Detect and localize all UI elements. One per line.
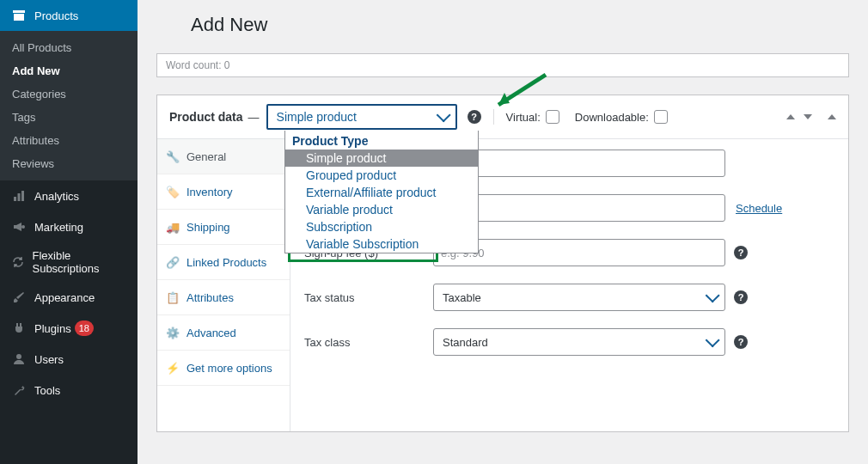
product-data-panel: Product data — Simple product ? Virtual:… <box>156 95 849 432</box>
panel-header: Product data — Simple product ? Virtual:… <box>157 95 848 139</box>
downloadable-checkbox[interactable] <box>654 110 668 124</box>
panel-controls <box>786 114 836 119</box>
help-icon[interactable]: ? <box>734 335 748 349</box>
chevron-down-icon <box>436 107 450 122</box>
word-count-box: Word count: 0 <box>156 53 849 77</box>
list-icon: 📋 <box>166 290 180 304</box>
tax-status-select[interactable]: Taxable <box>433 284 725 311</box>
sidebar-label: Tools <box>34 384 60 397</box>
sidebar-label: Analytics <box>34 190 79 203</box>
sub-all-products[interactable]: All Products <box>0 36 138 59</box>
tax-class-label: Tax class <box>304 336 433 349</box>
toggle-panel-icon[interactable] <box>828 114 836 119</box>
select-value: Taxable <box>443 291 481 304</box>
select-value: Standard <box>443 336 488 349</box>
lightning-icon: ⚡ <box>166 361 180 375</box>
tab-shipping[interactable]: 🚚Shipping <box>157 210 290 245</box>
sidebar-item-appearance[interactable]: Appearance <box>0 282 138 313</box>
wrench-icon: 🔧 <box>166 150 180 163</box>
downloadable-wrap: Downloadable: <box>575 110 668 124</box>
product-type-dropdown: Product Type Simple product Grouped prod… <box>284 131 479 253</box>
sidebar-item-flexible-subs[interactable]: Flexible Subscriptions <box>0 242 138 282</box>
option-variable[interactable]: Variable product <box>285 201 478 218</box>
tax-class-select[interactable]: Standard <box>433 328 725 356</box>
archive-icon <box>10 7 28 24</box>
tab-linked[interactable]: 🔗Linked Products <box>157 245 290 280</box>
chevron-down-icon <box>706 288 720 302</box>
plug-icon <box>10 320 28 337</box>
tab-attributes[interactable]: 📋Attributes <box>157 280 290 315</box>
chart-icon <box>10 187 28 205</box>
downloadable-label: Downloadable: <box>575 111 649 124</box>
wrench-icon <box>10 382 28 399</box>
sub-tags[interactable]: Tags <box>0 106 138 129</box>
option-external[interactable]: External/Affiliate product <box>285 184 478 201</box>
tab-label: Linked Products <box>186 256 266 269</box>
move-down-icon[interactable] <box>804 114 812 119</box>
schedule-link[interactable]: Schedule <box>736 202 782 215</box>
svg-rect-0 <box>13 10 25 13</box>
sidebar-item-plugins[interactable]: Plugins 18 <box>0 313 138 344</box>
option-subscription[interactable]: Subscription <box>285 218 478 235</box>
refresh-dollar-icon <box>10 253 25 271</box>
separator <box>493 109 494 125</box>
sidebar-label: Appearance <box>34 291 95 304</box>
virtual-wrap: Virtual: <box>506 110 559 124</box>
sidebar-item-products[interactable]: Products <box>0 0 138 31</box>
tab-more[interactable]: ⚡Get more options <box>157 351 290 386</box>
sidebar-item-marketing[interactable]: Marketing <box>0 211 138 242</box>
gear-icon: ⚙️ <box>166 326 180 339</box>
tab-general[interactable]: 🔧General <box>157 139 290 174</box>
sidebar-label: Flexible Subscriptions <box>32 249 127 275</box>
help-icon[interactable]: ? <box>734 290 748 304</box>
sidebar-label: Products <box>34 9 78 22</box>
tab-label: Attributes <box>186 291 234 304</box>
help-icon[interactable]: ? <box>468 110 481 124</box>
virtual-label: Virtual: <box>506 111 541 124</box>
brush-icon <box>10 289 28 306</box>
chevron-down-icon <box>706 333 720 347</box>
admin-sidebar: Products All Products Add New Categories… <box>0 0 138 464</box>
select-value: Simple product <box>277 110 357 124</box>
sub-attributes[interactable]: Attributes <box>0 129 138 152</box>
panel-body: 🔧General 🏷️Inventory 🚚Shipping 🔗Linked P… <box>157 139 848 431</box>
sub-categories[interactable]: Categories <box>0 82 138 106</box>
svg-point-5 <box>21 225 25 229</box>
sidebar-item-tools[interactable]: Tools <box>0 375 138 406</box>
link-icon: 🔗 <box>166 255 180 269</box>
sidebar-label: Marketing <box>34 221 83 234</box>
tab-label: Get more options <box>186 362 272 375</box>
sub-add-new[interactable]: Add New <box>0 59 138 82</box>
option-variable-subscription[interactable]: Variable Subscription <box>285 235 478 253</box>
svg-rect-1 <box>14 14 24 21</box>
dropdown-group-label: Product Type <box>285 131 478 150</box>
option-grouped[interactable]: Grouped product <box>285 167 478 184</box>
product-type-select[interactable]: Simple product <box>266 104 457 130</box>
user-icon <box>10 351 28 368</box>
tax-status-label: Tax status <box>304 291 433 304</box>
truck-icon: 🚚 <box>166 220 180 234</box>
tab-label: Shipping <box>186 221 230 234</box>
tab-label: Advanced <box>186 327 236 339</box>
megaphone-icon <box>10 218 28 235</box>
sidebar-submenu: All Products Add New Categories Tags Att… <box>0 31 138 180</box>
move-up-icon[interactable] <box>786 114 795 119</box>
sub-reviews[interactable]: Reviews <box>0 152 138 175</box>
tab-inventory[interactable]: 🏷️Inventory <box>157 174 290 210</box>
sidebar-label: Plugins <box>34 322 71 335</box>
tab-advanced[interactable]: ⚙️Advanced <box>157 315 290 351</box>
sidebar-item-analytics[interactable]: Analytics <box>0 180 138 211</box>
virtual-checkbox[interactable] <box>546 110 559 124</box>
tag-icon: 🏷️ <box>166 185 180 198</box>
page-title: Add New <box>156 0 849 53</box>
option-simple[interactable]: Simple product <box>285 150 478 167</box>
update-badge: 18 <box>75 321 94 336</box>
svg-point-6 <box>16 354 21 359</box>
panel-title: Product data <box>169 110 243 124</box>
help-icon[interactable]: ? <box>734 246 748 259</box>
main-content: Add New Word count: 0 Product data — Sim… <box>138 0 868 464</box>
svg-rect-2 <box>14 197 16 201</box>
sidebar-item-users[interactable]: Users <box>0 344 138 375</box>
svg-rect-3 <box>18 193 21 201</box>
tab-label: General <box>186 150 226 163</box>
